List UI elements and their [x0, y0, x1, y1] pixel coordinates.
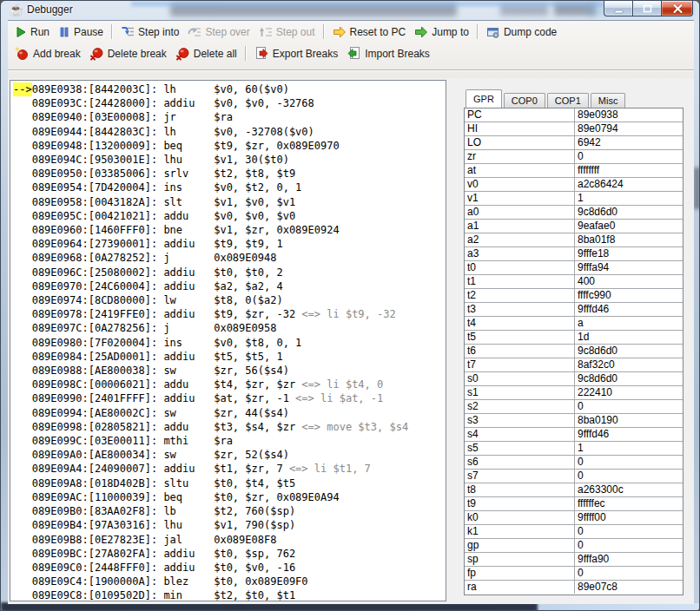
register-value[interactable]: 0: [575, 470, 683, 483]
register-value[interactable]: 0: [575, 400, 683, 413]
disasm-line[interactable]: 089E0960:[1460FFF0]: bne $v1, $zr, 0x089…: [13, 223, 446, 237]
jump-to-button[interactable]: Jump to: [410, 25, 473, 39]
register-value[interactable]: 8ba0190: [575, 414, 683, 427]
disasm-line[interactable]: 089E0970:[24C60004]: addiu $a2, $a2, 4: [13, 279, 446, 293]
run-button[interactable]: Run: [10, 25, 54, 39]
delete-break-button[interactable]: Delete break: [85, 46, 171, 61]
instruction-text: 089E0998:[02805821]: addu $t3, $s4, $zr: [32, 421, 295, 433]
step-over-icon: [188, 25, 201, 39]
step-into-label: Step into: [138, 26, 179, 38]
register-value[interactable]: 9fffd46: [575, 428, 683, 441]
register-value[interactable]: 400: [575, 275, 683, 288]
pause-button[interactable]: Pause: [54, 25, 108, 39]
marker-gutter: [13, 125, 32, 139]
register-value[interactable]: ffffffff: [575, 164, 683, 177]
register-value[interactable]: 89e0794: [575, 122, 683, 135]
register-value[interactable]: 8ba01f8: [575, 233, 683, 246]
disasm-line[interactable]: 089E09C4:[1900000A]: blez $t0, 0x089E09F…: [13, 575, 446, 588]
register-name: t3: [465, 303, 575, 316]
register-value[interactable]: 0: [575, 567, 683, 580]
disasm-line[interactable]: 089E09C8:[0109502D]: min $t2, $t0, $t1: [13, 588, 446, 601]
register-value[interactable]: 9fffa94: [575, 261, 683, 274]
disasm-line[interactable]: 089E09B8:[0E27823E]: jal 0x089E08F8: [13, 533, 446, 547]
disasm-line[interactable]: 089E09BC:[27A802FA]: addiu $t0, $sp, 762: [13, 547, 446, 561]
maximize-button[interactable]: [632, 1, 661, 16]
disasm-line[interactable]: 089E09A4:[24090007]: addiu $t1, $zr, 7 <…: [13, 462, 446, 476]
disasm-line[interactable]: 089E09A0:[AE800034]: sw $zr, 52($s4): [13, 448, 446, 462]
disasm-line[interactable]: 089E0954:[7D420004]: ins $v0, $t2, 0, 1: [13, 181, 446, 194]
disasm-line[interactable]: 089E0950:[03385006]: srlv $t2, $t8, $t9: [13, 167, 446, 181]
reset-to-pc-button[interactable]: Reset to PC: [328, 25, 411, 39]
disasm-line[interactable]: 089E0940:[03E00008]: jr $ra: [13, 110, 446, 124]
disasm-line[interactable]: 089E09B4:[97A30316]: lhu $v1, 790($sp): [13, 518, 446, 532]
register-value[interactable]: 89e07c8: [575, 581, 683, 594]
disassembly-view[interactable]: -->089E0938:[8442003C]: lh $v0, 60($v0) …: [10, 80, 446, 601]
register-value[interactable]: 0: [575, 456, 683, 469]
disasm-line[interactable]: 089E0988:[AE800038]: sw $zr, 56($s4): [13, 364, 446, 378]
tab-cop1[interactable]: COP1: [547, 93, 589, 108]
register-value[interactable]: ffffc990: [575, 289, 683, 302]
register-value[interactable]: 9c8d6d0: [575, 345, 683, 358]
disasm-line[interactable]: 089E0948:[13200009]: beq $t9, $zr, 0x089…: [13, 139, 446, 153]
disasm-line[interactable]: 089E0958:[0043182A]: slt $v1, $v0, $v1: [13, 195, 446, 209]
import-breaks-button[interactable]: Import Breaks: [342, 46, 434, 61]
disasm-line[interactable]: 089E0964:[27390001]: addiu $t9, $t9, 1: [13, 237, 446, 251]
disasm-line[interactable]: 089E0990:[2401FFFF]: addiu $at, $zr, -1 …: [13, 391, 446, 405]
disasm-line[interactable]: 089E0994:[AE80002C]: sw $zr, 44($s4): [13, 406, 446, 420]
step-out-label: Step out: [276, 26, 315, 38]
disasm-line[interactable]: 089E094C:[9503001E]: lhu $v1, 30($t0): [13, 153, 446, 167]
register-value[interactable]: a: [575, 317, 683, 330]
register-value[interactable]: 9fffe18: [575, 247, 683, 260]
register-value[interactable]: 9c8d6d0: [575, 206, 683, 219]
register-value[interactable]: 222410: [575, 386, 683, 399]
register-value[interactable]: 8af32c0: [575, 358, 683, 371]
register-value[interactable]: 1d: [575, 331, 683, 344]
dump-code-button[interactable]: Dump code: [482, 25, 561, 39]
register-value[interactable]: 0: [575, 539, 683, 552]
disasm-line[interactable]: 089E09A8:[018D402B]: sltu $t0, $t4, $t5: [13, 476, 446, 490]
disasm-line[interactable]: 089E0978:[2419FFE0]: addiu $t9, $zr, -32…: [13, 307, 446, 321]
disasm-line[interactable]: 089E0944:[8442803C]: lh $v0, -32708($v0): [13, 125, 446, 139]
disasm-line[interactable]: 089E09C0:[2448FFF0]: addiu $t0, $v0, -16: [13, 561, 446, 575]
disasm-line[interactable]: 089E09AC:[11000039]: beq $t0, $zr, 0x089…: [13, 490, 446, 504]
register-value[interactable]: 9fffa90: [575, 553, 683, 566]
step-over-button[interactable]: Step over: [183, 25, 254, 39]
minimize-button[interactable]: [604, 1, 632, 16]
disasm-line[interactable]: 089E0984:[25AD0001]: addiu $t5, $t5, 1: [13, 350, 446, 364]
disasm-line[interactable]: 089E095C:[00421021]: addu $v0, $v0, $v0: [13, 209, 446, 223]
disasm-line[interactable]: 089E0998:[02805821]: addu $t3, $s4, $zr …: [13, 420, 446, 434]
disasm-line[interactable]: 089E0980:[7F020004]: ins $v0, $t8, 0, 1: [13, 336, 446, 350]
disasm-line[interactable]: 089E098C:[00006021]: addu $t4, $zr, $zr …: [13, 378, 446, 391]
register-value[interactable]: 6942: [575, 136, 683, 149]
register-value[interactable]: 89e0938: [575, 108, 683, 122]
register-value[interactable]: 0: [575, 525, 683, 538]
tab-gpr[interactable]: GPR: [466, 89, 502, 108]
register-value[interactable]: 1: [575, 192, 683, 205]
register-value[interactable]: a2c86424: [575, 178, 683, 191]
register-value[interactable]: ffffffec: [575, 497, 683, 510]
tab-misc[interactable]: Misc: [591, 93, 626, 108]
delete-all-button[interactable]: Delete all: [171, 46, 241, 61]
register-value[interactable]: 0: [575, 150, 683, 163]
disasm-line[interactable]: 089E096C:[25080002]: addiu $t0, $t0, 2: [13, 266, 446, 279]
disasm-line[interactable]: 089E09B0:[83AA02F8]: lb $t2, 760($sp): [13, 504, 446, 518]
disasm-line[interactable]: -->089E0938:[8442003C]: lh $v0, 60($v0): [13, 82, 446, 96]
step-out-button[interactable]: Step out: [254, 25, 320, 39]
register-value[interactable]: a263300c: [575, 483, 683, 496]
titlebar[interactable]: ☕ Debugger: [1, 1, 699, 20]
add-break-button[interactable]: Add break: [10, 46, 85, 61]
disasm-line[interactable]: 089E0974:[8CD80000]: lw $t8, 0($a2): [13, 293, 446, 307]
step-into-button[interactable]: Step into: [116, 25, 183, 39]
disasm-line[interactable]: 089E093C:[24428000]: addiu $v0, $v0, -32…: [13, 96, 446, 110]
register-value[interactable]: 9ffff00: [575, 511, 683, 524]
disasm-line[interactable]: 089E097C:[0A278256]: j 0x089E0958: [13, 321, 446, 335]
disasm-line[interactable]: 089E099C:[03E00011]: mthi $ra: [13, 434, 446, 448]
register-value[interactable]: 9eafae0: [575, 220, 683, 233]
register-value[interactable]: 1: [575, 442, 683, 455]
disasm-line[interactable]: 089E0968:[0A278252]: j 0x089E0948: [13, 251, 446, 265]
close-button[interactable]: [661, 1, 693, 16]
register-value[interactable]: 9c8d6d0: [575, 372, 683, 385]
export-breaks-button[interactable]: Export Breaks: [250, 46, 342, 61]
tab-cop0[interactable]: COP0: [504, 93, 545, 108]
register-value[interactable]: 9fffd46: [575, 303, 683, 316]
